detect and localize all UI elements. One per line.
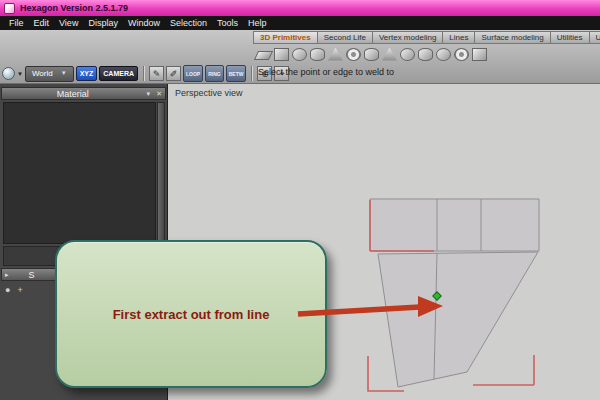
annotation-callout: First extract out from line	[55, 240, 327, 388]
menu-item-display[interactable]: Display	[83, 17, 123, 29]
status-text: Select the point or edge to weld to	[258, 67, 394, 77]
menu-item-file[interactable]: File	[4, 17, 29, 29]
toolbar-separator	[143, 66, 144, 81]
mesh-bottom-face[interactable]	[378, 252, 538, 387]
sphere-icon[interactable]	[292, 48, 307, 61]
menu-item-tools[interactable]: Tools	[212, 17, 243, 29]
chevron-down-icon: ▼	[61, 70, 67, 76]
menu-item-help[interactable]: Help	[243, 17, 272, 29]
tube-icon[interactable]	[364, 48, 379, 61]
rounded-cube-icon[interactable]	[472, 48, 487, 61]
selection-mode-ring-button[interactable]: RING	[205, 65, 224, 82]
plane-icon[interactable]	[254, 51, 273, 60]
cube-icon[interactable]	[274, 48, 289, 61]
visibility-icon[interactable]: ●	[5, 285, 10, 295]
tool-icons-left: ✎✐	[149, 66, 181, 81]
tab-second-life[interactable]: Second Life	[317, 31, 373, 44]
window-title: Hexagon Version 2.5.1.79	[20, 3, 128, 13]
menu-bar-items: FileEditViewDisplayWindowSelectionToolsH…	[0, 16, 600, 30]
menu-item-selection[interactable]: Selection	[165, 17, 212, 29]
tab-utilities[interactable]: Utilities	[550, 31, 590, 44]
xyz-button[interactable]: XYZ	[76, 66, 98, 81]
material-panel-header: Material ▾ ✕	[1, 87, 166, 100]
material-preview-area	[3, 102, 156, 244]
material-panel-title: Material	[2, 89, 144, 99]
toolbar-separator	[251, 66, 252, 81]
tab-lines[interactable]: Lines	[442, 31, 475, 44]
selection-mode-loop-button[interactable]: LOOP	[183, 65, 203, 82]
tab-vertex-modeling[interactable]: Vertex modeling	[372, 31, 443, 44]
pyramid-icon[interactable]	[382, 48, 397, 61]
tab-3d-primitives[interactable]: 3D Primitives	[253, 31, 318, 44]
app-icon	[4, 3, 15, 14]
pen-tool-icon[interactable]: ✐	[166, 66, 181, 81]
cone-icon[interactable]	[328, 48, 343, 61]
world-selector[interactable]: World ▼	[25, 66, 74, 82]
tab-surface-modeling[interactable]: Surface modeling	[474, 31, 550, 44]
tab-uv[interactable]: UV	[589, 31, 600, 44]
mesh-top-face[interactable]	[370, 199, 539, 251]
menu-item-view[interactable]: View	[54, 17, 83, 29]
pencil-tool-icon[interactable]: ✎	[149, 66, 164, 81]
close-icon[interactable]: ✕	[153, 90, 165, 98]
annotation-text: First extract out from line	[99, 307, 284, 322]
primitives-row	[256, 46, 487, 62]
cylinder-icon[interactable]	[310, 48, 325, 61]
tab-row: 3D PrimitivesSecond LifeVertex modelingL…	[253, 31, 600, 44]
title-bar: Hexagon Version 2.5.1.79	[0, 0, 600, 16]
chevron-down-icon[interactable]: ▼	[17, 71, 23, 77]
menu-item-edit[interactable]: Edit	[29, 17, 55, 29]
add-icon[interactable]: +	[17, 285, 22, 295]
scene-tools: ●+	[5, 285, 23, 295]
ring-icon[interactable]	[454, 48, 469, 61]
torus-icon[interactable]	[346, 48, 361, 61]
workspace-sphere-icon[interactable]	[2, 67, 15, 80]
hexagon-window: Hexagon Version 2.5.1.79 FileEditViewDis…	[0, 0, 600, 400]
selection-mode-betw-button[interactable]: BETW	[226, 65, 247, 82]
geodesic-sphere-icon[interactable]	[400, 48, 415, 61]
world-selector-value: World	[32, 69, 53, 78]
selection-mode-chips: LOOPRINGBETW	[183, 65, 246, 82]
collapse-icon[interactable]: ▾	[144, 90, 154, 98]
toolbar: 3D PrimitivesSecond LifeVertex modelingL…	[0, 30, 600, 84]
disc-icon[interactable]	[436, 48, 451, 61]
capsule-icon[interactable]	[418, 48, 433, 61]
material-scrollbar[interactable]	[157, 102, 165, 244]
camera-button[interactable]: CAMERA	[99, 66, 138, 81]
menu-item-window[interactable]: Window	[123, 17, 165, 29]
control-bar: ▼ World ▼ XYZ CAMERA ✎✐ LOOPRINGBETW ⊕⌖	[2, 64, 289, 83]
